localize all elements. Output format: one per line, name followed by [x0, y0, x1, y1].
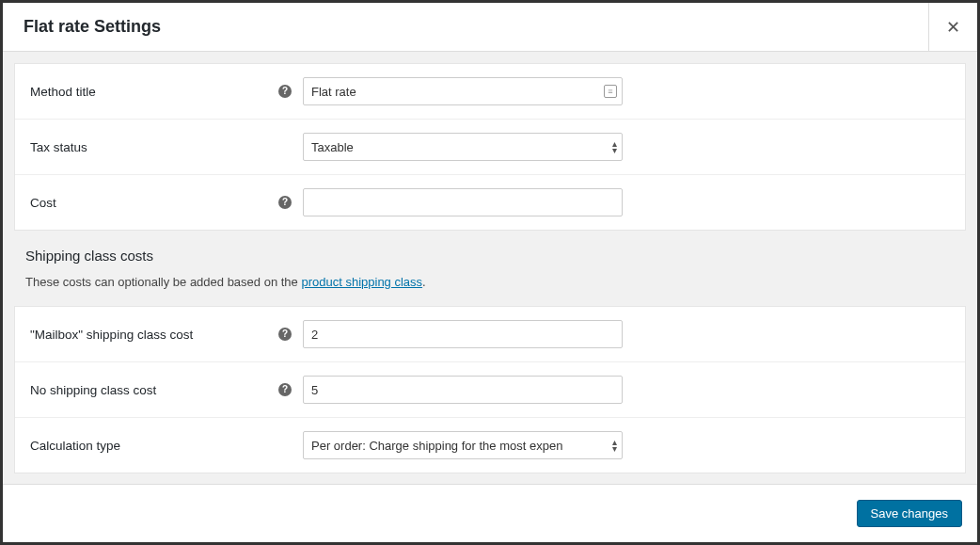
modal-body: Method title ? ≡ Tax status Taxable — [3, 52, 977, 484]
mailbox-cost-label: "Mailbox" shipping class cost — [30, 328, 193, 342]
tax-status-select[interactable]: Taxable — [303, 133, 623, 161]
section-description: These costs can optionally be added base… — [25, 275, 955, 289]
calc-type-row: Calculation type Per order: Charge shipp… — [15, 418, 965, 473]
desc-suffix: . — [422, 275, 426, 289]
desc-prefix: These costs can optionally be added base… — [25, 275, 301, 289]
label-col: Cost ? — [30, 196, 303, 210]
label-col: Calculation type — [30, 439, 303, 453]
select-wrapper: Per order: Charge shipping for the most … — [303, 431, 623, 459]
help-icon[interactable]: ? — [278, 328, 292, 341]
modal-footer: Save changes — [3, 484, 977, 542]
cost-label: Cost — [30, 196, 56, 210]
mailbox-cost-row: "Mailbox" shipping class cost ? — [15, 307, 965, 362]
shipping-class-section-header: Shipping class costs These costs can opt… — [14, 231, 966, 306]
select-wrapper: Taxable ▴▾ — [303, 133, 623, 161]
tax-status-row: Tax status Taxable ▴▾ — [15, 120, 965, 175]
cost-input[interactable] — [303, 188, 623, 216]
no-class-cost-input[interactable] — [303, 376, 623, 404]
method-title-input[interactable] — [303, 77, 623, 105]
label-col: Tax status — [30, 140, 303, 154]
modal-header: Flat rate Settings ✕ — [3, 3, 977, 52]
input-col — [303, 188, 623, 216]
input-col — [303, 320, 623, 348]
settings-modal: Flat rate Settings ✕ Method title ? ≡ Ta… — [0, 0, 980, 545]
help-icon[interactable]: ? — [278, 85, 292, 98]
label-col: No shipping class cost ? — [30, 383, 303, 397]
input-col: Per order: Charge shipping for the most … — [303, 431, 623, 459]
shipping-class-panel: "Mailbox" shipping class cost ? No shipp… — [14, 306, 966, 473]
method-title-row: Method title ? ≡ — [15, 64, 965, 120]
label-col: "Mailbox" shipping class cost ? — [30, 328, 303, 342]
help-icon[interactable]: ? — [278, 196, 292, 209]
input-col: Taxable ▴▾ — [303, 133, 623, 161]
input-col: ≡ — [303, 77, 623, 105]
cost-row: Cost ? — [15, 175, 965, 230]
mailbox-cost-input[interactable] — [303, 320, 623, 348]
section-title: Shipping class costs — [25, 248, 955, 264]
close-icon: ✕ — [946, 17, 960, 38]
label-col: Method title ? — [30, 85, 303, 99]
no-class-cost-label: No shipping class cost — [30, 383, 156, 397]
save-changes-button[interactable]: Save changes — [857, 500, 962, 527]
modal-title: Flat rate Settings — [3, 17, 182, 37]
input-col — [303, 376, 623, 404]
product-shipping-class-link[interactable]: product shipping class — [301, 275, 422, 289]
calc-type-label: Calculation type — [30, 439, 120, 453]
close-button[interactable]: ✕ — [928, 3, 977, 52]
method-title-label: Method title — [30, 85, 96, 99]
calc-type-select[interactable]: Per order: Charge shipping for the most … — [303, 431, 623, 459]
no-class-cost-row: No shipping class cost ? — [15, 362, 965, 418]
tax-status-label: Tax status — [30, 140, 87, 154]
general-settings-panel: Method title ? ≡ Tax status Taxable — [14, 63, 966, 231]
help-icon[interactable]: ? — [278, 383, 292, 396]
